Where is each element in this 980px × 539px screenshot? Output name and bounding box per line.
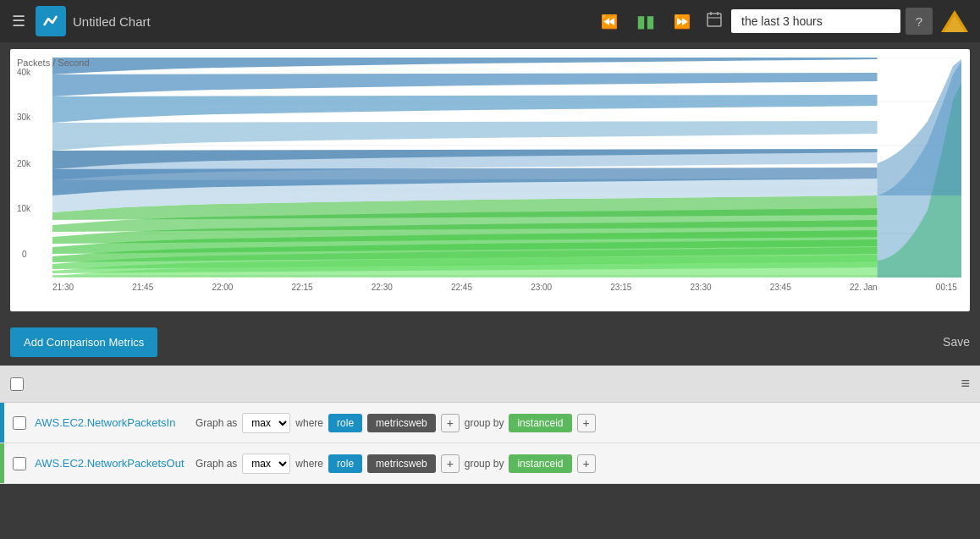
tag-value-button-1[interactable]: metricsweb [367,414,436,432]
where-label-2: where [295,458,323,470]
y-tick-10k: 10k [17,204,30,213]
y-tick-0: 0 [22,250,27,259]
table-row: AWS.EC2.NetworkPacketsIn Graph as max mi… [0,403,980,443]
group-by-label-1: group by [465,417,504,429]
playback-controls: ⏪ ▮▮ ⏩ ? [594,6,972,36]
y-tick-40k: 40k [17,68,30,77]
row-2-checkbox[interactable] [13,457,26,470]
chart-title: Untitled Chart [73,14,587,29]
menu-icon[interactable]: ☰ [8,8,29,34]
pause-button[interactable]: ▮▮ [630,8,662,35]
x-label-2200: 22:00 [212,283,233,292]
graph-as-select-2[interactable]: max min avg sum [242,454,290,474]
add-group-button-2[interactable]: + [577,454,596,473]
x-label-2230: 22:30 [372,283,393,292]
app-logo [36,6,66,36]
x-label-2130: 21:30 [52,283,74,292]
group-by-value-2[interactable]: instanceid [509,454,571,473]
row-1-checkbox[interactable] [13,416,26,430]
x-label-2245: 22:45 [451,283,472,292]
time-range-input[interactable] [731,9,900,33]
y-tick-30k: 30k [17,113,30,122]
metric-name-2[interactable]: AWS.EC2.NetworkPacketsOut [35,457,195,470]
save-button[interactable]: Save [943,335,970,349]
x-label-2315: 23:15 [610,283,631,292]
y-tick-20k: 20k [17,159,30,168]
graph-as-label-2: Graph as [195,458,237,470]
metric-name-1[interactable]: AWS.EC2.NetworkPacketsIn [35,416,195,429]
chart-inner: Packets / Second 40k 30k 20k 10k 0 [10,49,970,311]
x-label-2145: 21:45 [132,283,153,292]
table-row: AWS.EC2.NetworkPacketsOut Graph as max m… [0,443,980,484]
header: ☰ Untitled Chart ⏪ ▮▮ ⏩ ? [0,0,980,42]
help-button[interactable]: ? [906,8,933,35]
metric-controls-1: Graph as max min avg sum where role metr… [195,413,980,433]
add-filter-button-1[interactable]: + [441,414,460,432]
x-label-jan22: 22. Jan [850,283,878,292]
where-label-1: where [295,417,323,429]
x-label-2330: 23:30 [691,283,712,292]
metrics-area: ≡ AWS.EC2.NetworkPacketsIn Graph as max … [0,366,980,484]
x-axis-labels: 21:30 21:45 22:00 22:15 22:30 22:45 23:0… [52,283,961,292]
graph-as-select-1[interactable]: max min avg sum [242,413,290,433]
chart-svg [52,58,961,278]
x-label-2345: 23:45 [770,283,791,292]
fast-forward-button[interactable]: ⏩ [667,10,697,33]
svg-rect-0 [707,14,721,26]
metrics-menu-icon[interactable]: ≡ [961,375,970,393]
y-axis-label: Packets / Second [17,58,90,68]
x-label-0015: 00:15 [936,283,957,292]
metric-controls-2: Graph as max min avg sum where role metr… [195,454,980,474]
rewind-button[interactable]: ⏪ [594,10,625,33]
x-label-2215: 22:15 [292,283,313,292]
tag-key-button-2[interactable]: role [328,454,362,473]
group-by-value-1[interactable]: instanceid [509,414,571,432]
chart-container: Packets / Second 40k 30k 20k 10k 0 [0,42,980,318]
add-filter-button-2[interactable]: + [441,454,460,473]
add-group-button-1[interactable]: + [577,414,596,432]
add-comparison-button[interactable]: Add Comparison Metrics [10,327,157,357]
tag-value-button-2[interactable]: metricsweb [367,454,436,473]
select-all-checkbox[interactable] [10,377,24,391]
metrics-header: ≡ [0,366,980,403]
brand-logo [938,6,972,36]
action-row: Add Comparison Metrics Save [0,318,980,366]
row-indicator-2 [0,443,4,483]
calendar-button[interactable] [702,8,726,35]
x-label-2300: 23:00 [531,283,552,292]
tag-key-button-1[interactable]: role [328,414,362,432]
row-indicator-1 [0,403,4,443]
graph-as-label-1: Graph as [195,417,237,429]
group-by-label-2: group by [465,458,504,470]
